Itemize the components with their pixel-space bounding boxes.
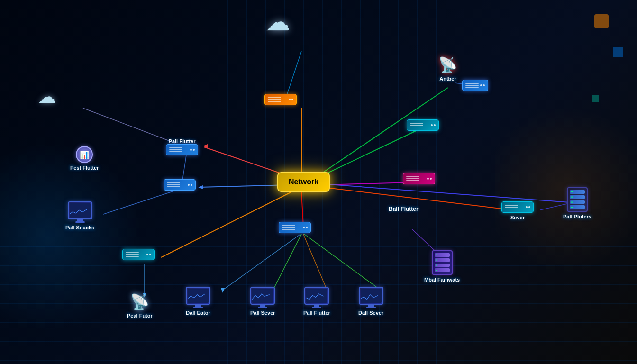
cloud-top-icon: ☁ [265, 9, 290, 34]
router-far-top-right-icon [462, 80, 488, 91]
monitor-bottom2-graph [252, 291, 270, 301]
router-top-left-node[interactable]: Pall Flutter [166, 136, 198, 155]
monitor-bottom2-label: Pall Sever [250, 310, 275, 316]
monitor-left-icon [68, 201, 92, 219]
server-bottom-right-label: Mbal Famwats [424, 277, 460, 282]
monitor-bottom4-node[interactable]: Dall Sever [358, 287, 383, 316]
monitor-bottom2-node[interactable]: Pall Sever [250, 287, 275, 316]
monitor-left-base [75, 221, 85, 223]
monitor-left-graph [70, 206, 87, 216]
monitor-bottom2-icon [250, 287, 275, 305]
router-bottom-center-node[interactable] [279, 222, 311, 233]
monitor-bottom4-graph [361, 291, 378, 301]
cloud-top-node: ☁ [265, 9, 290, 34]
monitor-bottom4-label: Dall Sever [358, 310, 383, 316]
monitor-bottom4-base [366, 307, 376, 308]
ball-flutter-label-node: Ball Flutter [389, 204, 419, 212]
server-far-right-icon [567, 187, 588, 212]
router-far-right-icon [501, 201, 534, 213]
svg-marker-23 [221, 288, 225, 293]
server-far-right-label: Pall Pluters [563, 214, 592, 219]
router-far-right-node[interactable]: Sever [501, 201, 534, 220]
monitor-bottom1-graph [188, 291, 205, 301]
svg-line-11 [83, 108, 175, 143]
router-top-right-icon [407, 119, 439, 131]
router-far-top-right-node[interactable] [462, 80, 488, 91]
monitor-bottom3-graph [306, 291, 324, 301]
svg-line-15 [223, 234, 300, 290]
svg-line-2 [199, 185, 289, 187]
wifi-icon: 📡 [438, 56, 457, 74]
dish-node[interactable]: 📡 Peal Futor [127, 293, 153, 318]
monitor-bottom3-icon [304, 287, 329, 305]
router-bottom-left-icon [122, 249, 155, 260]
svg-line-16 [273, 234, 301, 290]
router-bottom-center-icon [279, 222, 311, 233]
monitor-bottom1-base [193, 307, 203, 308]
router-mid-left-node[interactable] [164, 179, 196, 191]
svg-line-18 [304, 234, 381, 290]
center-network-node[interactable]: Network [277, 172, 330, 192]
center-label: Network [289, 178, 318, 186]
router-top-right-node[interactable] [407, 119, 439, 131]
server-bottom-right-icon [432, 250, 453, 275]
server-far-right-node[interactable]: Pall Pluters [563, 187, 592, 219]
monitor-bottom3-node[interactable]: Pall Flutter [303, 287, 330, 316]
monitor-bottom1-node[interactable]: Dall Eator [186, 287, 210, 316]
monitor-left-label: Pall Snacks [65, 225, 94, 230]
svg-line-6 [161, 192, 291, 257]
monitor-bottom1-icon [186, 287, 210, 305]
circle-left-label: Pest Flutter [70, 165, 99, 171]
wifi-top-right-node[interactable]: 📡 Antber [438, 56, 457, 82]
dish-label: Peal Futor [127, 313, 153, 318]
svg-line-10 [287, 51, 301, 94]
monitor-bottom2-base [258, 307, 267, 308]
circle-left-node[interactable]: 📊 Pest Flutter [70, 146, 99, 171]
svg-line-8 [322, 184, 576, 203]
router-mid-left-icon [164, 179, 196, 191]
cloud-left-icon: ☁ [38, 88, 56, 106]
router-mid-right-icon [403, 173, 435, 184]
router-top-left-label: Pall Flutter [169, 138, 196, 144]
dish-icon: 📡 [130, 293, 149, 311]
svg-line-9 [315, 88, 448, 178]
monitor-left-node[interactable]: Pall Snacks [65, 201, 94, 230]
router-top-left-icon [166, 144, 198, 155]
network-diagram: Network ☁ ☁ Pall Flutter [0, 0, 637, 364]
monitor-bottom4-icon [359, 287, 383, 305]
router-far-right-label: Sever [510, 215, 525, 220]
monitor-bottom3-base [312, 307, 321, 308]
cloud-left-node: ☁ [38, 88, 56, 106]
svg-marker-31 [198, 185, 203, 189]
router-bottom-left-node[interactable] [122, 249, 155, 260]
wifi-top-right-label: Antber [439, 76, 456, 82]
router-mid-right-node[interactable] [403, 173, 435, 184]
svg-line-3 [318, 130, 417, 178]
router-top-center-icon [264, 94, 297, 105]
circle-left-icon: 📊 [76, 146, 93, 163]
router-top-center-node[interactable] [264, 94, 297, 105]
ball-flutter-label: Ball Flutter [389, 206, 419, 212]
monitor-bottom1-label: Dall Eator [186, 310, 210, 316]
svg-line-14 [103, 191, 175, 214]
monitor-bottom3-label: Pall Flutter [303, 310, 330, 316]
server-bottom-right-node[interactable]: Mbal Famwats [424, 250, 460, 282]
